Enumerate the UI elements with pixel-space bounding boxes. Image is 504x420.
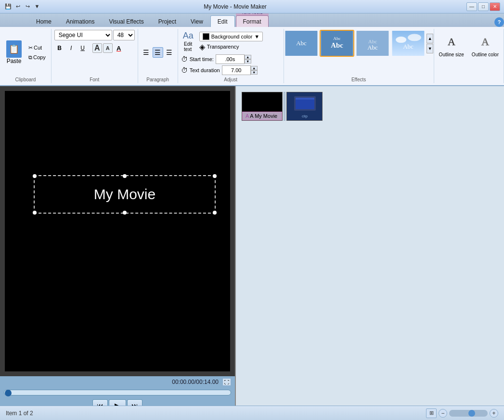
- effects-scroll-down[interactable]: ▼: [426, 44, 433, 53]
- window-controls: — □ ✕: [466, 2, 500, 11]
- outline-size-button[interactable]: A Outline size: [437, 30, 466, 59]
- close-button[interactable]: ✕: [490, 2, 500, 11]
- clip-thumb-black[interactable]: A A My Movie: [242, 92, 283, 121]
- zoom-slider[interactable]: [449, 410, 488, 417]
- ribbon-group-clipboard: 📋 Paste ✂ Cut ⧉ Copy Clipboard: [0, 29, 52, 83]
- text-selection-box[interactable]: My Movie: [34, 175, 216, 214]
- text-duration-up[interactable]: ▲: [251, 66, 258, 70]
- scrubber-thumb[interactable]: [5, 390, 12, 396]
- paste-icon: 📋: [6, 40, 22, 58]
- outline-color-icon: A: [476, 32, 495, 51]
- svg-text:A: A: [448, 36, 455, 48]
- effect-item-3[interactable]: Abc Abc: [355, 30, 390, 57]
- help-button[interactable]: ?: [494, 17, 504, 27]
- font-color-button[interactable]: A: [114, 43, 124, 53]
- qa-save[interactable]: 💾: [4, 2, 13, 11]
- underline-button[interactable]: U: [78, 43, 88, 53]
- cut-button[interactable]: ✂ Cut: [26, 43, 48, 52]
- minimize-button[interactable]: —: [466, 2, 477, 11]
- svg-text:clip: clip: [302, 114, 308, 118]
- font-group-label: Font: [90, 75, 99, 82]
- svg-text:A: A: [481, 36, 489, 48]
- tab-animations[interactable]: Animations: [59, 15, 102, 27]
- zoom-controls: ⊞ − +: [426, 408, 498, 418]
- font-size-select[interactable]: 48: [113, 30, 135, 40]
- scrubber-track[interactable]: [4, 390, 231, 395]
- ribbon: 📋 Paste ✂ Cut ⧉ Copy Clipboard Segoe UI: [0, 27, 504, 86]
- tab-view[interactable]: View: [183, 15, 210, 27]
- text-duration-down[interactable]: ▼: [251, 70, 258, 75]
- text-duration-label: Text duration: [190, 67, 220, 73]
- font-row-1: Segoe UI 48: [54, 30, 135, 40]
- font-row-2: B I U A A A: [54, 43, 135, 53]
- main-content: My Movie 00:00.00/00:14.00 ⛶ ⏮ ▶ ⏭: [0, 86, 504, 417]
- qa-dropdown[interactable]: ▼: [33, 2, 41, 11]
- timestamp-bar: 00:00.00/00:14.00 ⛶: [0, 376, 235, 388]
- tab-home[interactable]: Home: [29, 15, 59, 27]
- edit-text-button[interactable]: Aa Edit text: [181, 30, 195, 53]
- italic-button[interactable]: I: [66, 43, 77, 53]
- tab-project[interactable]: Project: [151, 15, 183, 27]
- zoom-thumb: [468, 410, 475, 417]
- adjust-group-label: Adjust: [224, 75, 237, 82]
- timeline-clips: A A My Movie clip: [236, 86, 504, 127]
- svg-rect-17: [296, 98, 314, 100]
- effects-items: Abc Abc Abc Abc Abc: [284, 30, 433, 57]
- effect-item-4[interactable]: Abc: [391, 30, 426, 57]
- start-time-label: Start time:: [190, 56, 214, 62]
- effects-group-label: Effects: [351, 75, 366, 82]
- duration-icon: ⏱: [181, 66, 188, 74]
- align-center-button[interactable]: ☰: [153, 47, 163, 58]
- handle-tl: [33, 174, 37, 178]
- expand-button[interactable]: ⊞: [426, 408, 437, 418]
- effects-scroll-up[interactable]: ▲: [426, 34, 433, 43]
- tab-format[interactable]: Format: [236, 15, 269, 27]
- svg-text:Abc: Abc: [331, 41, 343, 49]
- handle-bc: [123, 211, 127, 215]
- maximize-button[interactable]: □: [478, 2, 489, 11]
- zoom-in-button[interactable]: +: [490, 409, 498, 418]
- start-time-down[interactable]: ▼: [245, 59, 251, 64]
- start-time-up[interactable]: ▲: [245, 55, 251, 59]
- qa-redo[interactable]: ↪: [23, 2, 32, 11]
- handle-tc: [123, 174, 127, 178]
- qa-undo[interactable]: ↩: [13, 2, 22, 11]
- status-bar: Item 1 of 2 ⊞ − +: [0, 406, 504, 420]
- ribbon-group-effects: Abc Abc Abc Abc Abc: [284, 29, 434, 83]
- start-time-input[interactable]: [216, 54, 245, 64]
- title-bar: 💾 ↩ ↪ ▼ My Movie - Movie Maker — □ ✕: [0, 0, 504, 13]
- video-title-text: My Movie: [94, 186, 155, 203]
- transparency-icon: ◈: [199, 42, 205, 51]
- paste-button[interactable]: 📋 Paste: [3, 38, 25, 67]
- effect-item-2[interactable]: Abc Abc: [320, 30, 354, 57]
- outline-color-button[interactable]: A Outline color: [470, 30, 501, 59]
- align-right-button[interactable]: ☰: [164, 47, 175, 58]
- align-left-button[interactable]: ☰: [141, 47, 152, 58]
- tab-visual-effects[interactable]: Visual Effects: [102, 15, 151, 27]
- copy-button[interactable]: ⧉ Copy: [26, 53, 48, 62]
- copy-label: Copy: [33, 54, 46, 60]
- background-color-button[interactable]: Background color ▼: [199, 32, 263, 41]
- cut-label: Cut: [34, 45, 42, 51]
- transparency-label: Transparency: [207, 44, 239, 50]
- ribbon-group-font: Segoe UI 48 B I U A A A Font: [52, 29, 138, 83]
- text-duration-input[interactable]: [222, 65, 251, 75]
- timestamp: 00:00.00/00:14.00: [172, 379, 219, 385]
- clip-thumb-image[interactable]: clip: [286, 92, 323, 121]
- effect-item-1[interactable]: Abc: [284, 30, 319, 57]
- zoom-out-button[interactable]: −: [439, 409, 447, 418]
- svg-text:Abc: Abc: [296, 39, 307, 47]
- tab-edit[interactable]: Edit: [210, 15, 235, 27]
- font-name-select[interactable]: Segoe UI: [54, 30, 112, 40]
- cut-copy-group: ✂ Cut ⧉ Copy: [26, 43, 48, 62]
- fullscreen-button[interactable]: ⛶: [222, 378, 231, 386]
- font-grow-button[interactable]: A: [92, 43, 102, 53]
- ribbon-group-outline: A Outline size A Outline color: [434, 29, 504, 83]
- bg-color-swatch: [203, 33, 209, 40]
- adjust-content: Aa Edit text Background color ▼ ◈ Transp…: [181, 30, 281, 75]
- svg-text:Abc: Abc: [403, 43, 414, 50]
- bold-button[interactable]: B: [54, 43, 65, 53]
- outline-color-label: Outline color: [472, 52, 499, 57]
- font-shrink-button[interactable]: A: [103, 43, 113, 53]
- paste-label: Paste: [7, 58, 22, 64]
